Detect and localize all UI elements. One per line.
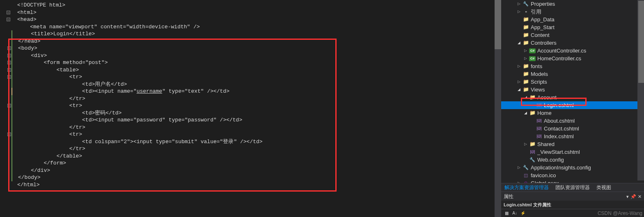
chevron-right-icon[interactable] (517, 164, 521, 171)
fold-toggle-icon[interactable]: - (7, 75, 11, 79)
config-icon (523, 165, 529, 171)
tree-item[interactable]: HomeController.cs (501, 55, 644, 62)
solution-tree[interactable]: Properties引用App_DataApp_StartContentCont… (501, 0, 644, 183)
explorer-scrollbar-track[interactable] (637, 0, 644, 180)
fold-toggle-icon[interactable]: - (7, 104, 11, 107)
tree-item[interactable]: Contact.cshtml (501, 125, 644, 132)
code-line[interactable]: -<body> (11, 45, 495, 52)
chevron-right-icon[interactable] (523, 140, 527, 148)
code-line[interactable]: </body> (11, 174, 495, 181)
code-line[interactable]: - <div> (11, 52, 495, 59)
chevron-down-icon[interactable] (517, 86, 521, 94)
chevron-right-icon[interactable] (517, 78, 521, 86)
tree-item-label: Content (531, 31, 550, 39)
tree-item[interactable]: Properties (501, 0, 644, 8)
props-categorize-button[interactable]: ▦ (503, 210, 510, 217)
code-editor-pane[interactable]: <!DOCTYPE html>-<html>-<head> <meta name… (0, 0, 495, 217)
tree-item[interactable]: App_Start (501, 23, 644, 31)
props-events-button[interactable]: ⚡ (519, 210, 527, 217)
pin-icon[interactable]: 📌 (630, 192, 636, 201)
code-area[interactable]: <!DOCTYPE html>-<html>-<head> <meta name… (0, 2, 495, 188)
chevron-right-icon[interactable] (517, 8, 521, 16)
tree-item-label: Models (531, 70, 548, 78)
code-line[interactable]: <td>密码</td> (11, 110, 495, 117)
tree-item-label: 引用 (531, 8, 541, 16)
code-line[interactable]: </head> (11, 38, 495, 45)
code-line[interactable]: - <tr> (11, 131, 495, 138)
code-line[interactable]: <td>用户名</td> (11, 81, 495, 88)
tree-item[interactable]: Scripts (501, 78, 644, 86)
dropdown-icon[interactable]: ▾ (626, 192, 629, 201)
tree-item-label: Views (531, 86, 545, 94)
fold-toggle-icon[interactable]: - (7, 46, 11, 50)
tree-item[interactable]: AccountController.cs (501, 47, 644, 55)
code-line[interactable]: <td><input name="username" type="text" /… (11, 88, 495, 95)
fold-toggle-icon[interactable]: - (7, 18, 10, 21)
tree-item[interactable]: Account (501, 94, 644, 101)
tree-item[interactable]: App_Data (501, 16, 644, 23)
tab-class-view[interactable]: 类视图 (593, 183, 614, 192)
code-line[interactable]: </html> (11, 181, 495, 189)
tree-item[interactable]: Home (501, 109, 644, 117)
tab-team-explorer[interactable]: 团队资源管理器 (552, 183, 593, 192)
code-line[interactable]: </table> (11, 153, 495, 160)
explorer-scrollbar-thumb[interactable] (638, 1, 644, 83)
editor-scrollbar[interactable] (495, 0, 501, 217)
chevron-right-icon[interactable] (523, 55, 527, 62)
fold-toggle-icon[interactable]: - (7, 61, 11, 64)
chevron-down-icon[interactable] (523, 94, 527, 101)
ref-icon (523, 9, 529, 15)
code-line[interactable]: -<html> (11, 9, 495, 16)
fold-toggle-icon[interactable]: - (7, 68, 11, 72)
code-line[interactable]: </tr> (11, 124, 495, 131)
tree-item[interactable]: ApplicationInsights.config (501, 164, 644, 171)
code-line[interactable]: -<head> (11, 16, 495, 23)
close-icon[interactable]: ✕ (638, 192, 642, 201)
code-line[interactable]: - <tr> (11, 73, 495, 81)
tree-item-label: ApplicationInsights.config (531, 164, 591, 171)
folder-icon (523, 64, 529, 69)
tree-item[interactable]: _ViewStart.cshtml (501, 148, 644, 156)
tree-item[interactable]: Shared (501, 140, 644, 148)
code-line[interactable]: </tr> (11, 145, 495, 153)
tree-item[interactable]: Web.config (501, 156, 644, 164)
tree-item[interactable]: Login.cshtml (501, 101, 644, 109)
tree-item[interactable]: fonts (501, 62, 644, 70)
code-line[interactable]: - <table> (11, 66, 495, 74)
code-line[interactable]: - <tr> (11, 102, 495, 110)
code-line[interactable]: </div> (11, 167, 495, 174)
tree-item-label: Web.config (537, 156, 564, 164)
chevron-right-icon[interactable] (517, 179, 521, 183)
tab-solution-explorer[interactable]: 解决方案资源管理器 (501, 183, 552, 192)
chevron-right-icon[interactable] (523, 47, 527, 55)
chevron-down-icon[interactable] (517, 39, 521, 47)
folder-icon (529, 142, 536, 147)
chevron-right-icon[interactable] (517, 0, 521, 8)
tree-item[interactable]: About.cshtml (501, 117, 644, 125)
code-line[interactable]: - <form method="post"> (11, 59, 495, 66)
fold-toggle-icon[interactable]: - (7, 11, 10, 14)
code-line[interactable]: <title>Login</title> (11, 30, 495, 38)
tree-item[interactable]: Index.cshtml (501, 132, 644, 140)
tree-item[interactable]: Global.asax (501, 179, 644, 183)
code-line[interactable]: </form> (11, 160, 495, 167)
tree-item[interactable]: favicon.ico (501, 171, 644, 179)
tree-item[interactable]: Controllers (501, 39, 644, 47)
tree-item-label: HomeController.cs (537, 55, 581, 62)
fold-toggle-icon[interactable]: - (7, 132, 11, 136)
code-line[interactable]: <!DOCTYPE html> (11, 2, 495, 9)
fold-toggle-icon[interactable]: - (7, 54, 11, 57)
code-line[interactable]: </tr> (11, 95, 495, 103)
chevron-down-icon[interactable] (523, 109, 527, 117)
tree-item-label: favicon.ico (531, 171, 556, 179)
code-line[interactable]: <meta name="viewport" content="width=dev… (11, 23, 495, 31)
code-line[interactable]: <td><input name="password" type="passwor… (11, 116, 495, 124)
cshtml-icon (536, 118, 542, 124)
tree-item[interactable]: 引用 (501, 8, 644, 16)
chevron-right-icon[interactable] (517, 62, 521, 70)
props-alpha-button[interactable]: A↓ (511, 210, 518, 217)
code-line[interactable]: <td colspan="2"><input type="submit" val… (11, 138, 495, 146)
tree-item[interactable]: Models (501, 70, 644, 78)
tree-item[interactable]: Views (501, 86, 644, 94)
tree-item[interactable]: Content (501, 31, 644, 39)
